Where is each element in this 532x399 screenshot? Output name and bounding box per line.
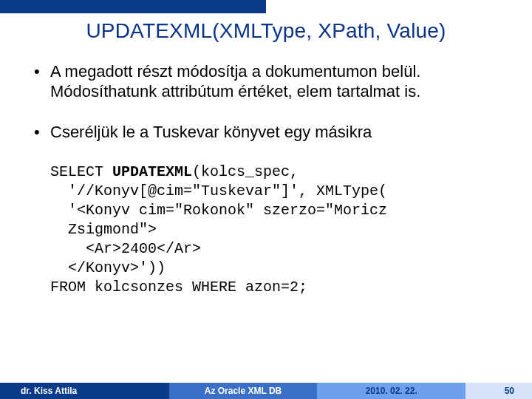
code-line: FROM kolcsonzes WHERE azon=2; bbox=[50, 279, 307, 296]
footer-title: Az Oracle XML DB bbox=[169, 383, 318, 399]
code-line: </Konyv>')) bbox=[50, 259, 166, 276]
slide-title: UPDATEXML(XMLType, XPath, Value) bbox=[0, 19, 532, 43]
slide-footer: dr. Kiss Attila Az Oracle XML DB 2010. 0… bbox=[0, 383, 532, 399]
footer-author: dr. Kiss Attila bbox=[0, 383, 169, 399]
code-line: '//Konyv[@cim="Tuskevar"]', XMLType( bbox=[50, 183, 387, 200]
slide-content: A megadott részt módosítja a dokumentumo… bbox=[0, 43, 532, 297]
code-line: Zsigmond"> bbox=[50, 221, 157, 238]
code-block: SELECT UPDATEXML(kolcs_spec, '//Konyv[@c… bbox=[50, 163, 505, 297]
bullet-item: A megadott részt módosítja a dokumentumo… bbox=[34, 62, 505, 102]
code-line: '<Konyv cim="Rokonok" szerzo="Moricz bbox=[50, 202, 387, 219]
top-accent-bar bbox=[0, 0, 266, 13]
bullet-item: Cseréljük le a Tuskevar könyvet egy mási… bbox=[34, 123, 505, 143]
footer-page: 50 bbox=[466, 383, 532, 399]
code-line: <Ar>2400</Ar> bbox=[50, 240, 201, 257]
footer-date: 2010. 02. 22. bbox=[317, 383, 466, 399]
code-line: SELECT UPDATEXML(kolcs_spec, bbox=[50, 163, 299, 180]
